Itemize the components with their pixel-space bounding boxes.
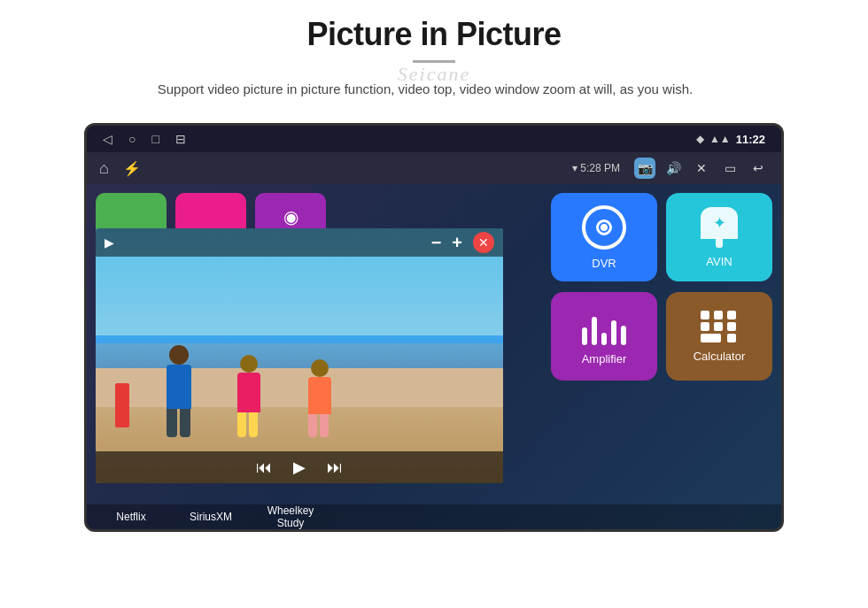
page-container: Picture in Picture Seicane Support video…	[0, 0, 868, 608]
title-divider	[413, 60, 455, 63]
pip-controls: − + ✕	[431, 232, 494, 253]
label-wheelkey: Wheelkey Study	[255, 504, 326, 529]
volume-icon[interactable]: 🔊	[663, 158, 684, 179]
nav-recent[interactable]: □	[151, 132, 159, 146]
status-bar: ◁ ○ □ ⊟ ◆ ▲▲ 11:22	[87, 126, 781, 152]
usb-icon[interactable]: ⚡	[123, 160, 141, 177]
subtitle: Support video picture in picture functio…	[124, 79, 726, 100]
prev-button[interactable]: ⏮	[256, 458, 272, 477]
label-netflix: Netflix	[96, 511, 167, 523]
main-content: ◉ ▶ − + ✕	[87, 184, 781, 529]
next-button[interactable]: ⏭	[327, 458, 343, 477]
back-icon[interactable]: ↩	[748, 158, 769, 179]
beach-object	[115, 383, 129, 427]
pip-expand[interactable]: +	[452, 233, 462, 253]
pip-header: ▶ − + ✕	[96, 228, 503, 257]
calculator-label: Calculator	[694, 350, 746, 363]
avin-label: AVIN	[706, 255, 732, 268]
apps-right-top-row: DVR ✦ AVIN	[551, 193, 772, 281]
status-icons: ◆ ▲▲ 11:22	[696, 133, 765, 146]
clock: 11:22	[736, 133, 765, 146]
person-1	[167, 345, 191, 437]
pip-play-icon: ▶	[105, 235, 114, 250]
app-dvr[interactable]: DVR	[551, 193, 657, 281]
camera-button[interactable]: 📷	[634, 158, 655, 179]
amplifier-icon	[582, 308, 626, 345]
dvr-icon	[582, 205, 626, 250]
pip-window[interactable]: ▶ − + ✕	[96, 228, 503, 483]
app-calculator[interactable]: Calculator	[666, 292, 772, 381]
video-content	[96, 228, 503, 483]
home-icon[interactable]: ⌂	[99, 159, 109, 178]
nav-buttons: ◁ ○ □ ⊟	[103, 132, 186, 146]
apps-bottom-labels: Netflix SiriusXM Wheelkey Study	[87, 504, 781, 529]
apps-right-bottom-row: Amplifier	[551, 292, 772, 381]
pip-close[interactable]: ✕	[473, 232, 494, 253]
pip-minimize[interactable]: −	[431, 233, 442, 253]
gps-icon: ◆	[696, 133, 704, 145]
person-3	[308, 359, 331, 437]
play-button[interactable]: ▶	[293, 458, 306, 477]
nav-home[interactable]: ○	[128, 132, 136, 146]
pip-bottom-controls: ⏮ ▶ ⏭	[96, 451, 503, 483]
action-right: ▾ 5:28 PM 📷 🔊 ✕ ▭ ↩	[572, 158, 769, 179]
calculator-icon	[701, 311, 738, 342]
person-2	[237, 355, 260, 437]
wifi-time: ▾ 5:28 PM	[572, 162, 620, 174]
action-bar: ⌂ ⚡ ▾ 5:28 PM 📷 🔊 ✕ ▭ ↩	[87, 152, 781, 184]
dvr-dot	[601, 224, 608, 231]
nav-back[interactable]: ◁	[103, 132, 112, 146]
close-icon[interactable]: ✕	[691, 158, 712, 179]
apps-right: DVR ✦ AVIN	[551, 193, 772, 381]
page-title: Picture in Picture	[306, 16, 561, 53]
amplifier-label: Amplifier	[582, 352, 627, 366]
dvr-label: DVR	[592, 257, 616, 270]
app-avin[interactable]: ✦ AVIN	[666, 193, 772, 281]
nav-menu[interactable]: ⊟	[175, 132, 186, 146]
avin-icon: ✦	[701, 207, 738, 248]
pip-icon[interactable]: ▭	[719, 158, 740, 179]
app-amplifier[interactable]: Amplifier	[551, 292, 657, 381]
label-siriusxm: SiriusXM	[175, 511, 246, 523]
device-frame: ◁ ○ □ ⊟ ◆ ▲▲ 11:22 ⌂ ⚡ ▾ 5:28 PM 📷 🔊 ✕	[84, 123, 784, 532]
signal-icon: ▲▲	[709, 133, 731, 145]
home-icons: ⌂ ⚡	[99, 159, 141, 178]
dvr-inner-icon	[596, 219, 612, 235]
